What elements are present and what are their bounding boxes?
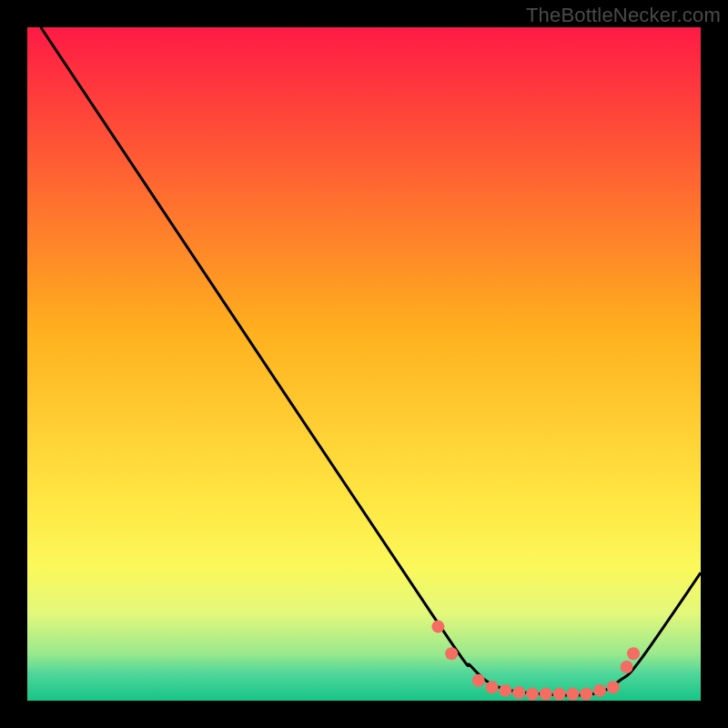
sample-dot (445, 647, 458, 660)
sample-dot (580, 688, 592, 701)
gradient-background (27, 27, 701, 701)
sample-dot (607, 681, 620, 693)
attribution-label: TheBottleNecker.com (526, 4, 721, 27)
sample-dot (593, 684, 606, 697)
sample-dot (486, 681, 499, 693)
sample-dot (540, 688, 552, 701)
chart-frame: TheBottleNecker.com (0, 0, 728, 728)
chart-svg (27, 27, 701, 701)
sample-dot (526, 688, 539, 701)
sample-dot (512, 686, 525, 699)
sample-dot (621, 661, 633, 673)
sample-dot (553, 688, 566, 701)
sample-dot (566, 688, 579, 701)
plot-area (27, 27, 701, 701)
sample-dot (472, 674, 485, 687)
sample-dot (499, 684, 511, 697)
sample-dot (431, 621, 444, 633)
sample-dot (627, 647, 640, 660)
